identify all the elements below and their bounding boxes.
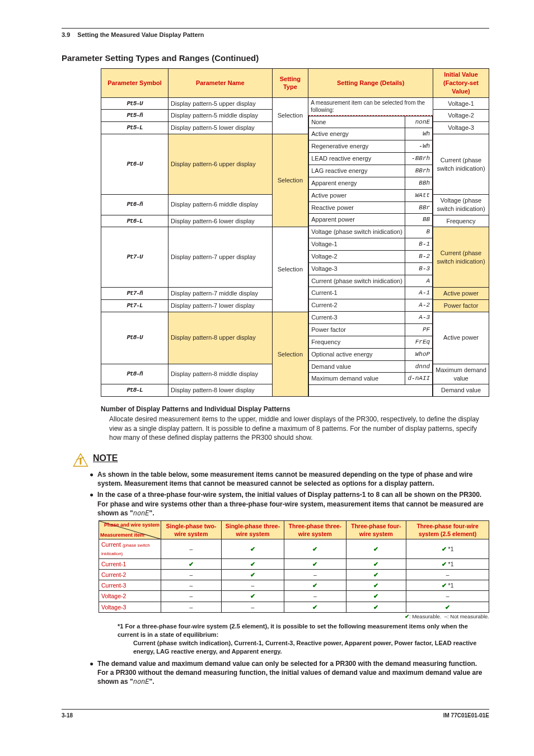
doc-code: IM 77C01E01-01E [443,712,489,720]
warning-icon [73,452,88,468]
meas-cell: – [161,569,222,580]
table-row: Current-3––✔✔✔ *1 [99,580,489,591]
meas-label: Current (phase switch inidication) [99,539,161,559]
bullet-1: ●As shown in the table below, some measu… [90,470,489,488]
initial-value: Demand value [433,384,489,397]
param-name: Display pattern-6 lower display [168,215,273,227]
meas-cell: – [221,580,284,591]
table-row: Current-2–✔–✔– [99,569,489,580]
param-symbol: Pt8-U [101,312,168,364]
meas-label: Current-1 [99,558,161,569]
parameter-table: Parameter Symbol Parameter Name Setting … [101,68,489,397]
th-name: Parameter Name [168,69,273,98]
meas-cell: – [284,591,346,602]
meas-cell: ✔ [284,539,346,559]
initial-value: Voltage-1 [433,97,489,110]
table-row: Voltage-2–✔–✔– [99,591,489,602]
section-header: 3.9 Setting the Measured Value Display P… [62,28,489,39]
param-symbol: Pt7-U [101,227,168,288]
param-name: Display pattern-7 upper display [168,227,273,288]
bullet-2: ●In the case of a three-phase four-wire … [90,490,489,518]
meas-cell: ✔ [406,602,489,612]
table-row: Voltage-3––✔✔✔ [99,602,489,612]
param-name: Display pattern-5 upper display [168,97,273,110]
param-symbol: Pt8-L [101,384,168,397]
page-footer: 3-18 IM 77C01E01-01E [62,709,489,720]
initial-value: Voltage-2 [433,110,489,122]
param-name: Display pattern-8 lower display [168,384,273,397]
meas-cell: ✔ *1 [406,558,489,569]
initial-value: Frequency [433,215,489,227]
initial-value: Maximum demand value [433,364,489,384]
subheading: Number of Display Patterns and Individua… [101,405,489,414]
meas-label: Current-3 [99,580,161,591]
meas-cell: ✔ [161,558,222,569]
meas-cell: – [161,602,222,612]
range-cell: A measurement item can be selected from … [308,97,433,397]
meas-label: Voltage-3 [99,602,161,612]
setting-type: Selection [272,227,308,312]
meas-cell: – [161,539,222,559]
param-name: Display pattern-5 middle display [168,110,273,122]
initial-value: Current (phase switch inidication) [433,227,489,288]
param-name: Display pattern-6 upper display [168,134,273,195]
meas-cell: ✔ [346,602,406,612]
param-symbol: Pt6-ñ [101,194,168,215]
meas-cell: ✔ [221,558,284,569]
initial-value: Voltage (phase switch inidication) [433,194,489,215]
meas-cell: – [406,591,489,602]
meas-label: Current-2 [99,569,161,580]
th-initial: Initial Value (Factory-set Value) [433,69,489,98]
section-title: Setting the Measured Value Display Patte… [77,31,204,38]
meas-cell: – [406,569,489,580]
setting-type: Selection [272,312,308,396]
meas-cell: – [284,569,346,580]
param-name: Display pattern-5 lower display [168,122,273,134]
paragraph: Allocate desired measurement items to th… [109,415,489,442]
section-number: 3.9 [62,31,70,38]
bullet-3: ●The demand value and maximum demand val… [90,659,489,687]
table-row: Current-1✔✔✔✔✔ *1 [99,558,489,569]
meas-cell: ✔ [221,539,284,559]
meas-cell: ✔ [284,580,346,591]
param-name: Display pattern-8 middle display [168,364,273,384]
param-name: Display pattern-7 middle display [168,288,273,300]
diag-header: Phase and wire system Measurement item [99,520,161,539]
table-row: Pt5-UDisplay pattern-5 upper displaySele… [101,97,489,110]
meas-cell: ✔ [346,591,406,602]
initial-value: Voltage-3 [433,122,489,134]
setting-type: Selection [272,97,308,134]
meas-cell: ✔ [346,558,406,569]
meas-label: Voltage-2 [99,591,161,602]
param-symbol: Pt5-L [101,122,168,134]
meas-cell: – [161,580,222,591]
meas-cell: ✔ *1 [406,539,489,559]
initial-value: Active power [433,312,489,364]
meas-cell: ✔ [284,602,346,612]
meas-cell: – [161,591,222,602]
param-symbol: Pt7-L [101,299,168,312]
th-type: Setting Type [272,69,308,98]
meas-cell: ✔ [221,569,284,580]
meas-cell: – [221,602,284,612]
meas-cell: ✔ [221,591,284,602]
note-block: NOTE [73,452,489,468]
param-symbol: Pt7-ñ [101,288,168,300]
param-symbol: Pt6-L [101,215,168,227]
setting-type: Selection [272,134,308,227]
footnote-1: *1 For a three-phase four-wire system (2… [118,622,489,639]
meas-cell: ✔ [346,569,406,580]
table-row: Current (phase switch inidication)–✔✔✔✔ … [99,539,489,559]
measurement-table: Phase and wire system Measurement item S… [99,520,489,613]
footnote-1b: Current (phase switch indication), Curre… [133,639,489,656]
param-name: Display pattern-8 upper display [168,312,273,364]
meas-cell: ✔ [346,539,406,559]
table-legend: ✔✔: Measurable. –: Not measurable.: Meas… [99,613,489,621]
meas-cell: ✔ [346,580,406,591]
param-name: Display pattern-7 lower display [168,299,273,312]
meas-cell: ✔ *1 [406,580,489,591]
initial-value: Active power [433,288,489,300]
th-symbol: Parameter Symbol [101,69,168,98]
param-symbol: Pt8-ñ [101,364,168,384]
page-title: Parameter Setting Types and Ranges (Cont… [62,53,489,64]
